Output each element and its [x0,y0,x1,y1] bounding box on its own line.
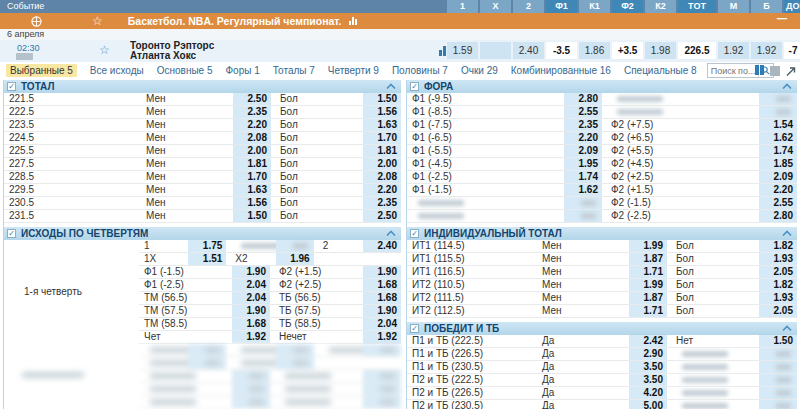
odds-button[interactable]: 2.20 [233,119,271,131]
odds-button[interactable]: 1.82 [759,240,797,252]
odds-button[interactable]: 1.68 [232,318,270,330]
odds-button[interactable]: 2.05 [759,266,797,278]
odds-button[interactable]: 2.05 [759,305,797,317]
match-odds-Б[interactable]: 1.92 [751,42,782,59]
tab-3[interactable]: Форы 1 [226,65,260,76]
odds-button[interactable]: 2.90 [629,348,667,360]
odds-button[interactable]: 2.20 [564,132,602,144]
odds-button[interactable]: 2.04 [232,292,270,304]
odds-button[interactable]: 2.55 [759,197,797,209]
odds-button[interactable]: 5.00 [629,400,667,409]
odds-button[interactable]: 1.75 [188,240,226,252]
match-odds-2[interactable]: 2.40 [513,42,544,59]
search-input[interactable] [708,66,758,76]
odds-button[interactable]: 1.81 [363,145,401,157]
odds-button[interactable]: 2.08 [363,171,401,183]
odds-button[interactable]: 2.55 [564,106,602,118]
odds-button[interactable]: 1.62 [759,132,797,144]
odds-button[interactable]: 2.80 [564,93,602,105]
odds-button[interactable]: 1.87 [629,292,667,304]
collapse-all-icon[interactable] [785,66,796,77]
two-column-view-icon[interactable] [755,65,765,77]
odds-button[interactable]: 1.92 [232,331,270,343]
odds-button[interactable]: 1.93 [759,292,797,304]
collapse-section-icon[interactable] [386,229,396,238]
odds-button[interactable]: 1.68 [363,279,401,291]
odds-button[interactable]: 1.99 [629,240,667,252]
tab-8[interactable]: Комбинированные 16 [511,65,611,76]
odds-button[interactable]: 1.50 [759,335,797,347]
match-odds-X[interactable] [480,42,511,59]
odds-button[interactable]: 1.70 [363,132,401,144]
odds-button[interactable]: 1.63 [233,184,271,196]
odds-button[interactable]: 2.35 [363,197,401,209]
odds-button[interactable]: 2.42 [629,335,667,347]
odds-button[interactable]: 2.50 [233,93,271,105]
tab-2[interactable]: Основные 5 [157,65,213,76]
odds-button[interactable]: 1.95 [564,158,602,170]
odds-button[interactable]: 4.20 [629,387,667,399]
favorite-league-star-icon[interactable]: ☆ [92,15,103,27]
odds-button[interactable]: 2.09 [564,145,602,157]
odds-button[interactable]: 2.20 [363,184,401,196]
one-column-view-icon[interactable] [770,66,780,76]
odds-button[interactable]: 1.74 [564,171,602,183]
collapse-section-icon[interactable] [782,324,792,333]
odds-button[interactable]: 1.96 [276,253,314,265]
collapse-section-icon[interactable] [782,82,792,91]
odds-button[interactable]: 2.08 [233,132,271,144]
odds-button[interactable]: 2.40 [363,240,401,252]
odds-button[interactable]: 1.56 [363,106,401,118]
odds-button[interactable]: 2.04 [363,318,401,330]
match-odds-Ф1[interactable]: -3.5 [546,42,577,59]
section-checkbox[interactable]: ✓ [7,82,16,91]
tab-4[interactable]: Тоталы 7 [273,65,315,76]
odds-button[interactable]: 1.87 [629,253,667,265]
odds-button[interactable]: 2.20 [759,184,797,196]
match-odds-К1[interactable]: 1.86 [579,42,610,59]
tab-5[interactable]: Четверти 9 [328,65,379,76]
collapse-league-icon[interactable]: — [777,13,787,24]
match-odds-Ф2[interactable]: +3.5 [612,42,643,59]
favorite-match-star-icon[interactable]: ☆ [99,43,110,57]
odds-button[interactable]: 1.99 [629,279,667,291]
odds-button[interactable]: 2.80 [759,210,797,222]
match-odds-М[interactable]: 1.92 [718,42,749,59]
section-checkbox[interactable]: ✓ [7,229,16,238]
odds-button[interactable]: 1.93 [759,253,797,265]
section-checkbox[interactable]: ✓ [410,82,419,91]
odds-button[interactable]: 1.70 [233,171,271,183]
tab-6[interactable]: Половины 7 [392,65,448,76]
odds-button[interactable]: 2.04 [232,279,270,291]
odds-button[interactable]: 1.50 [363,93,401,105]
section-checkbox[interactable]: ✓ [410,324,419,333]
section-checkbox[interactable]: ✓ [410,229,419,238]
match-odds-К2[interactable]: 1.98 [645,42,676,59]
odds-button[interactable]: 1.90 [363,266,401,278]
odds-button[interactable]: 1.85 [759,158,797,170]
odds-button[interactable]: 1.82 [759,279,797,291]
odds-button[interactable]: 2.09 [759,171,797,183]
odds-button[interactable]: 1.56 [233,197,271,209]
match-odds-ТОТ[interactable]: 226.5 [678,42,716,59]
odds-button[interactable]: 1.51 [188,253,226,265]
odds-button[interactable]: 1.90 [232,266,270,278]
collapse-section-icon[interactable] [782,229,792,238]
tab-1[interactable]: Все исходы [90,65,144,76]
collapse-section-icon[interactable] [386,82,396,91]
odds-button[interactable]: 1.54 [759,119,797,131]
odds-button[interactable]: 1.90 [232,305,270,317]
tab-0[interactable]: Выбранные 5 [6,64,77,77]
odds-button[interactable]: 3.50 [629,361,667,373]
odds-button[interactable]: 2.00 [233,145,271,157]
odds-button[interactable]: 1.68 [363,292,401,304]
odds-button[interactable]: 2.00 [363,158,401,170]
odds-button[interactable]: 2.35 [564,119,602,131]
odds-button[interactable]: 1.81 [233,158,271,170]
odds-button[interactable]: 1.63 [363,119,401,131]
odds-button[interactable]: 1.74 [759,145,797,157]
odds-button[interactable]: 2.50 [363,210,401,222]
odds-button[interactable]: 1.71 [629,266,667,278]
match-odds-1[interactable]: 1.59 [447,42,478,59]
odds-button[interactable]: 2.35 [233,106,271,118]
